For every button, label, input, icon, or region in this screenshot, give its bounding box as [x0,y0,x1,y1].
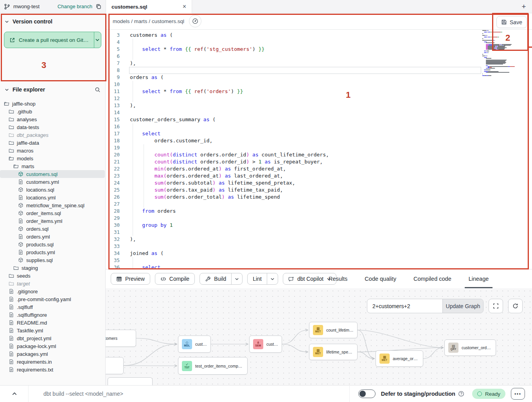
tree-item-supplies.sql[interactable]: supplies.sql [0,256,105,264]
change-branch-link[interactable]: Change branch [58,4,92,9]
code-line[interactable]: 25 sum(orders.tax_paid) as lifetime_tax_… [106,187,532,194]
code-line[interactable]: 26 sum(orders.order_total) as lifetime_s… [106,194,532,201]
lint-button[interactable]: Lint [247,273,278,285]
lineage-node-partial[interactable] [108,377,153,385]
code-line[interactable]: 9orders as ( [106,74,532,81]
tree-item-models[interactable]: models [0,154,105,162]
editor-minimap[interactable] [482,29,517,77]
tree-item-requirements.txt[interactable]: requirements.txt [0,366,105,373]
code-line[interactable]: 36 select [106,264,532,269]
code-line[interactable]: 5 select * from {{ ref('stg_customers') … [106,46,532,53]
editor-tab[interactable]: customers.sql × [106,0,192,13]
code-line[interactable]: 8 [106,67,532,74]
pull-request-dropdown-caret[interactable] [94,32,101,48]
tree-item-products.yml[interactable]: products.yml [0,248,105,256]
build-dropdown-caret[interactable] [231,273,242,284]
code-line[interactable]: 19 [106,144,532,151]
code-line[interactable]: 33 [106,243,532,250]
code-line[interactable]: 12 [106,95,532,102]
code-line[interactable]: 21 count(distinct orders.order_id) > 1 a… [106,158,532,165]
tree-item-orders.sql[interactable]: orders.sql [0,225,105,233]
gauge-icon-button[interactable] [189,15,201,27]
tree-item-products.sql[interactable]: products.sql [0,240,105,248]
code-line[interactable]: 24 sum(orders.subtotal) as lifetime_spen… [106,179,532,187]
tree-item-.github[interactable]: .github [0,108,105,115]
update-graph-button[interactable]: Update Graph [442,299,483,313]
code-line[interactable]: 35 [106,257,532,264]
code-line[interactable]: 11 select * from {{ ref('orders') }} [106,88,532,95]
code-line[interactable]: 30 group by 1 [106,222,532,229]
chevron-up-icon[interactable] [12,391,17,397]
lineage-node-customers_model[interactable]: ◇MDLcustomers [178,336,211,353]
tree-item-macros[interactable]: macros [0,147,105,154]
fullscreen-button[interactable] [489,299,503,313]
tree-item-locations.sql[interactable]: locations.sql [0,186,105,194]
tree-item-customers.sql[interactable]: customers.sql [0,170,105,178]
code-line[interactable]: 4 [106,39,532,46]
create-pull-request-button[interactable]: Create a pull request on Git… [4,32,101,48]
tree-item-marts[interactable]: marts [0,162,105,170]
tab-close-icon[interactable]: × [183,4,186,10]
code-line[interactable]: 31 [106,229,532,236]
code-line[interactable]: 14 [106,109,532,116]
code-line[interactable]: 29 [106,215,532,222]
code-editor[interactable]: 23customers as (45 select * from {{ ref(… [106,13,532,269]
create-pull-request-main[interactable]: Create a pull request on Git… [4,32,94,48]
code-line[interactable]: 32), [106,236,532,243]
lineage-node-test_bools[interactable]: ✓TSTtest_order_items_compute_to_bools… [178,357,248,375]
tree-item-.sqlfluff[interactable]: .sqlfluff [0,303,105,311]
tree-item-customers.yml[interactable]: customers.yml [0,178,105,186]
tab-results[interactable]: Results [327,269,349,288]
code-line[interactable]: 7), [106,60,532,67]
code-line[interactable]: 13), [106,102,532,109]
tree-item-staging[interactable]: staging [0,264,105,272]
tree-item-package-lock.yml[interactable]: package-lock.yml [0,342,105,350]
tree-item-.gitignore[interactable]: .gitignore [0,287,105,295]
tree-item-dbt-project.yml[interactable]: dbt_project.yml [0,334,105,342]
more-options-button[interactable]: ••• [511,388,525,400]
command-input[interactable]: dbt build --select <model_name> [43,391,349,397]
lint-dropdown-caret[interactable] [267,273,278,284]
code-line[interactable]: 22 min(orders.ordered_at) as first_order… [106,165,532,172]
tree-item-.sqlfluffignore[interactable]: .sqlfluffignore [0,311,105,319]
tree-item-README.md[interactable]: README.md [0,319,105,327]
compile-button[interactable]: Compile [155,273,195,285]
code-line[interactable]: 27 [106,201,532,208]
tree-item-data-tests[interactable]: data-tests [0,123,105,131]
tree-item-Taskfile.yml[interactable]: Taskfile.yml [0,327,105,334]
lineage-node-count_lifetime_orders[interactable]: ▦METcount_lifetime_orders [309,322,358,338]
code-line[interactable]: 34joined as ( [106,250,532,257]
tree-item-packages.yml[interactable]: packages.yml [0,350,105,358]
tree-item-order-items.sql[interactable]: order_items.sql [0,209,105,217]
lineage-node-lifetime_spend_pretax[interactable]: ▦METlifetime_spend_pretax [309,344,358,360]
code-line[interactable]: 28 from orders [106,208,532,215]
code-line[interactable]: 18 orders.customer_id, [106,137,532,144]
new-tab-button[interactable]: + [519,2,529,12]
code-line[interactable]: 6 [106,53,532,60]
search-icon[interactable] [95,87,101,93]
refresh-button[interactable] [508,299,523,313]
preview-button[interactable]: Preview [111,273,150,285]
version-control-header[interactable]: Version control [0,13,105,28]
file-explorer-header[interactable]: File explorer [0,81,105,96]
tree-item-dbt-packages[interactable]: dbt_packages [0,131,105,139]
tree-item-seeds[interactable]: seeds [0,272,105,280]
help-icon[interactable] [458,391,464,397]
tree-item-.pre-commit-config.yaml[interactable]: .pre-commit-config.yaml [0,295,105,303]
code-line[interactable]: 15customer_orders_summary as ( [106,116,532,123]
build-button[interactable]: Build [200,273,243,285]
copy-icon[interactable] [95,4,102,10]
code-line[interactable]: 20 count(distinct orders.order_id) as co… [106,151,532,158]
lineage-node-stg_customers[interactable]: stg_customers [106,330,136,347]
code-line[interactable]: 17 select [106,130,532,137]
tab-code-quality[interactable]: Code quality [363,269,398,288]
tree-item-metricflow-time-spine.sql[interactable]: metricflow_time_spine.sql [0,201,105,209]
lineage-node-average_order_value[interactable]: ▦METaverage_order_value [376,350,423,367]
tree-item-orders.yml[interactable]: orders.yml [0,233,105,240]
defer-toggle[interactable] [358,389,376,398]
tree-item-order-items.yml[interactable]: order_items.yml [0,217,105,225]
graph-selector-input[interactable]: 2+customers+2 [367,299,442,313]
code-line[interactable]: 16 [106,123,532,130]
tree-item-locations.yml[interactable]: locations.yml [0,194,105,201]
lineage-node-customers_sem[interactable]: ⋔SEMcustomers [249,336,282,353]
